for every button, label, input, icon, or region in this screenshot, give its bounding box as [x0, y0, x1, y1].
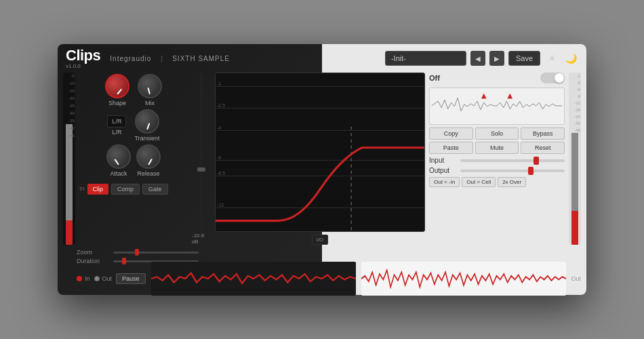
vu-bar-left: [66, 124, 73, 245]
db-value: -10.8 dB: [192, 233, 211, 245]
grid-line-2: [216, 108, 424, 108]
header: Clips v1.0.0 Integraudio | SIXTH SAMPLE …: [58, 44, 586, 73]
vu-label-right-5: -12: [574, 101, 580, 105]
vertical-slider-track[interactable]: [200, 73, 203, 231]
preset-next-button[interactable]: ▶: [489, 51, 504, 66]
waveform-row: In Out Pause: [77, 266, 581, 291]
paste-button[interactable]: Paste: [429, 142, 473, 154]
out-eq-in-button[interactable]: Out = -In: [429, 177, 460, 187]
lr-knob-group: L/R L/R: [107, 115, 126, 136]
attack-knob-group: Attack: [106, 144, 131, 177]
mix-knob[interactable]: [138, 74, 162, 98]
vu-label-right-2: -3: [574, 81, 580, 85]
duration-slider-thumb[interactable]: [122, 258, 126, 264]
vu-label-left-2: -10: [68, 81, 75, 85]
knobs-row-3: Attack Release: [79, 144, 188, 177]
vu-label-right-1: -1: [574, 74, 580, 78]
reset-button[interactable]: Reset: [521, 142, 565, 154]
routing-buttons: Out = -In Out = Cell 2x Over: [429, 177, 565, 187]
output-slider-thumb[interactable]: [528, 167, 534, 175]
io-buttons: I/O: [215, 235, 425, 245]
vu-label-left-4: -20: [68, 96, 75, 100]
clip-button[interactable]: Clip: [87, 184, 109, 195]
preset-bar: ◀ ▶ Save ☀ 🌙: [385, 51, 578, 66]
zoom-row: Zoom: [77, 249, 199, 256]
bypass-button[interactable]: Bypass: [521, 127, 565, 140]
waveform-display-in: [151, 262, 356, 296]
main-area: -5 -10 -15 -20 -25 -30 -35 -40 -45: [58, 73, 586, 249]
vu-meter-left: -5 -10 -15 -20 -25 -30 -35 -40 -45: [63, 73, 75, 245]
out-dot-icon: [94, 276, 100, 281]
save-button[interactable]: Save: [508, 51, 540, 66]
release-knob-group: Release: [136, 144, 161, 177]
mode-row: In Clip Comp Gate: [79, 182, 188, 195]
vertical-slider-area: -10.8 dB: [192, 73, 211, 245]
comp-button[interactable]: Comp: [111, 184, 140, 195]
theme-light-button[interactable]: ☀: [544, 51, 559, 66]
lr-display[interactable]: L/R: [107, 115, 126, 127]
output-slider-track[interactable]: [460, 170, 565, 172]
app-title: Clips: [66, 48, 100, 63]
waveform-out-svg: [361, 262, 566, 296]
off-toggle[interactable]: [540, 73, 565, 83]
shape-label: Shape: [108, 100, 126, 106]
vu-label-left-3: -15: [68, 89, 75, 93]
transient-knob[interactable]: [135, 109, 159, 134]
vu-label-left-6: -30: [68, 111, 75, 115]
mute-button[interactable]: Mute: [475, 142, 519, 154]
theme-dark-button[interactable]: 🌙: [563, 51, 578, 66]
knobs-row-2: L/R L/R Transient: [79, 109, 188, 142]
transient-label: Transient: [134, 135, 159, 142]
mix-label: Mix: [145, 100, 155, 106]
vu-label-left-7: -35: [68, 119, 75, 123]
vu-label-right-6: -18: [574, 108, 580, 112]
preset-prev-button[interactable]: ◀: [470, 51, 485, 66]
vu-label-right-4: -9: [574, 94, 580, 98]
pause-button[interactable]: Pause: [116, 273, 146, 284]
output-row: Output: [429, 167, 565, 174]
left-panel: Shape Mix L/R L/R: [79, 73, 188, 245]
zoom-slider-track[interactable]: [113, 252, 199, 254]
off-toggle-row: Off: [429, 73, 565, 83]
release-label: Release: [137, 170, 159, 177]
in-dot-label: In: [77, 275, 90, 282]
gate-button[interactable]: Gate: [142, 184, 168, 195]
brand1: Integraudio: [110, 55, 151, 62]
in-dot-icon: [77, 276, 82, 281]
in-label: In: [79, 185, 85, 192]
out-label-bottom: Out: [102, 275, 113, 282]
logo-area: Clips v1.0.0: [66, 48, 100, 69]
copy-button[interactable]: Copy: [429, 127, 473, 140]
transient-knob-group: Transient: [134, 109, 159, 142]
out-eq-cell-button[interactable]: Out = Cell: [462, 177, 496, 187]
solo-button[interactable]: Solo: [475, 127, 519, 140]
shape-knob[interactable]: [105, 74, 129, 98]
waveform-svg: [430, 88, 564, 124]
duration-label: Duration: [77, 258, 109, 264]
preset-input[interactable]: [385, 51, 466, 66]
input-slider-track[interactable]: [460, 159, 565, 162]
vu-label-right-7: -24: [574, 115, 580, 119]
zoom-label: Zoom: [77, 249, 109, 256]
zoom-slider-thumb[interactable]: [135, 249, 139, 256]
bottom-panel: Zoom Duration In: [58, 249, 586, 295]
in-label-bottom: In: [85, 275, 90, 282]
io-button[interactable]: I/O: [312, 235, 329, 245]
brand2: SIXTH SAMPLE: [172, 55, 230, 62]
vu-label-left-9: -45: [68, 134, 75, 138]
attack-knob[interactable]: [106, 144, 131, 169]
mode-buttons: Clip Comp Gate: [87, 184, 168, 195]
toggle-knob: [555, 73, 564, 83]
graph-area: -1 -2.5 -4 -8 -8.5 -12: [215, 73, 425, 232]
input-slider-thumb[interactable]: [534, 157, 539, 165]
vertical-slider-thumb[interactable]: [197, 167, 205, 172]
svg-marker-2: [507, 94, 512, 99]
input-label: Input: [429, 157, 456, 164]
right-panel: Off Copy Solo: [429, 73, 565, 245]
2x-over-button[interactable]: 2x Over: [498, 177, 526, 187]
svg-marker-1: [481, 94, 487, 99]
action-buttons-grid: Copy Solo Bypass Paste Mute Reset: [429, 127, 565, 154]
out-label-right: Out: [571, 275, 582, 282]
release-knob[interactable]: [136, 144, 161, 169]
bottom-controls: In Out Pause: [77, 273, 146, 284]
